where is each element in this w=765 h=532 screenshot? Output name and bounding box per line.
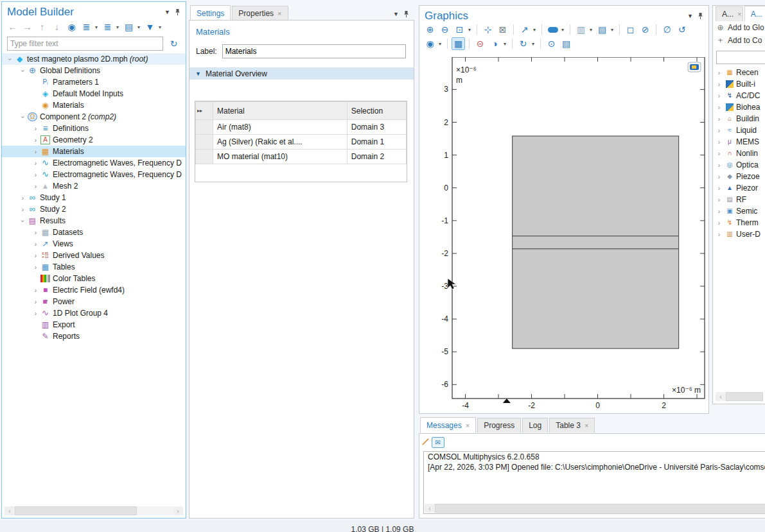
chevron-right-icon[interactable]: › [31, 264, 40, 271]
chevron-right-icon[interactable]: › [715, 185, 723, 192]
chevron-right-icon[interactable]: › [715, 231, 723, 238]
library-item-user-defined[interactable]: ›▥User-D [713, 228, 765, 240]
column-header[interactable]: Material [213, 102, 347, 120]
scroll-left-icon[interactable]: ‹ [716, 392, 726, 401]
tree-item-electromagnetic-waves-frequency-d[interactable]: ›∿Electromagnetic Waves, Frequency D [2, 157, 186, 169]
chevron-right-icon[interactable]: › [31, 137, 40, 144]
snapshot-icon[interactable]: ⊙ [545, 37, 558, 50]
chevron-right-icon[interactable]: › [19, 206, 27, 213]
chevron-right-icon[interactable]: › [715, 116, 723, 123]
select-box-icon[interactable]: ◻ [624, 23, 637, 36]
chevron-right-icon[interactable]: › [715, 150, 723, 157]
tree-item-global-definitions[interactable]: ›⊕Global Definitions [2, 65, 186, 76]
zoom-box-dropdown-icon[interactable]: ▾ [468, 27, 471, 33]
tree-item-materials[interactable]: ◉Materials [2, 99, 186, 111]
library-item-semiconductor[interactable]: ›▣Semic [713, 205, 765, 217]
hide-objects-icon[interactable]: ∅ [660, 23, 674, 36]
table-cell[interactable]: Ag (Silver) (Rakic et al.... [213, 135, 347, 150]
chevron-right-icon[interactable]: › [19, 194, 27, 202]
image-export1-icon[interactable]: ▥ [574, 23, 588, 36]
scroll-left-icon[interactable]: ‹ [425, 504, 435, 513]
tree-item-mesh-2[interactable]: ›▲Mesh 2 [2, 180, 186, 192]
table-cell[interactable]: MO material (mat10) [213, 150, 347, 164]
plot-canvas[interactable]: 3210-1-2-3-4-5-6-4-202×10⁻⁶m×10⁻⁶ m [419, 57, 709, 414]
tree-item-export[interactable]: ▥Export [2, 319, 186, 330]
color-palette-dropdown-icon[interactable]: ▾ [504, 41, 506, 47]
chevron-right-icon[interactable]: › [31, 241, 40, 248]
chevron-right-icon[interactable]: › [715, 127, 723, 134]
close-icon[interactable]: × [277, 10, 281, 17]
pin-icon[interactable] [175, 8, 180, 16]
tree-item-color-tables[interactable]: Color Tables [2, 273, 186, 284]
panel-menu-icon[interactable]: ▼ [393, 11, 399, 17]
messages-hscrollbar[interactable]: ‹ [425, 504, 765, 513]
tree-item-component-2[interactable]: ›ΩComponent 2(comp2) [2, 111, 186, 123]
scroll-thumb[interactable] [435, 504, 765, 513]
tree-item-definitions[interactable]: ›≡Definitions [2, 123, 186, 134]
expand-tree-icon[interactable]: ≣ [80, 21, 93, 33]
deselect-box-icon[interactable]: ⊘ [638, 23, 652, 36]
zoom-extents-icon[interactable]: ⊹ [481, 23, 495, 36]
settings-tab-settings[interactable]: Settings [190, 5, 231, 21]
chevron-right-icon[interactable]: › [31, 125, 40, 132]
library-item-optical[interactable]: ›◎Optica [713, 159, 765, 171]
messages-tab-progress[interactable]: Progress [477, 418, 521, 433]
model-tree-columns-icon[interactable]: ▤ [122, 21, 136, 33]
back-icon[interactable]: ← [6, 21, 19, 33]
panel-menu-icon[interactable]: ▼ [687, 13, 693, 19]
messages-tab-messages[interactable]: Messages× [420, 417, 476, 433]
filter-dropdown-icon[interactable]: ▾ [159, 24, 161, 30]
go-to-view-dropdown-icon[interactable]: ▾ [533, 27, 536, 33]
scroll-thumb[interactable] [15, 506, 137, 515]
messages-log[interactable]: COMSOL Multiphysics 6.2.0.658[Apr 22, 20… [423, 451, 765, 514]
library-item-recent[interactable]: ›▦Recen [713, 67, 765, 78]
chevron-right-icon[interactable]: › [715, 196, 723, 203]
expand-tree-dropdown-icon[interactable]: ▾ [95, 24, 98, 30]
close-icon[interactable]: × [585, 422, 588, 429]
tree-item-1d-plot-group-4[interactable]: ›∿1D Plot Group 4 [2, 307, 186, 319]
chevron-down-icon[interactable]: › [6, 55, 13, 64]
chevron-right-icon[interactable]: › [715, 81, 723, 88]
filter-input[interactable] [7, 37, 163, 51]
chevron-down-icon[interactable]: › [19, 113, 26, 121]
tree-item-electromagnetic-waves-frequency-d[interactable]: ›∿Electromagnetic Waves, Frequency D [2, 169, 186, 180]
image-export2-dropdown-icon[interactable]: ▾ [611, 27, 613, 33]
scroll-left-icon[interactable]: ‹ [4, 506, 15, 515]
zoom-out-icon[interactable]: ⊖ [438, 23, 452, 36]
chevron-right-icon[interactable]: › [31, 160, 40, 167]
action-add-to-glo[interactable]: ⊕Add to Glo [713, 21, 765, 34]
chevron-right-icon[interactable]: › [715, 162, 723, 169]
collapse-tree-dropdown-icon[interactable]: ▾ [116, 24, 119, 30]
label-input[interactable] [222, 44, 406, 58]
tree-item-default-model-inputs[interactable]: ◈Default Model Inputs [2, 88, 186, 99]
library-item-bioheat[interactable]: ›Biohea [713, 101, 765, 113]
table-cell[interactable]: Domain 2 [347, 150, 406, 164]
addmaterial-tab-a[interactable]: A... [744, 6, 765, 21]
chevron-right-icon[interactable]: › [715, 219, 723, 227]
go-to-view-icon[interactable]: ↗ [518, 23, 531, 36]
chevron-right-icon[interactable]: › [715, 139, 723, 146]
chevron-right-icon[interactable]: › [31, 183, 40, 190]
close-icon[interactable]: × [737, 10, 741, 18]
chevron-right-icon[interactable]: › [715, 173, 723, 180]
zoom-box-icon[interactable]: ⊡ [453, 23, 466, 36]
material-overview-section[interactable]: ▼ Material Overview [189, 67, 414, 80]
pin-icon[interactable] [403, 10, 409, 18]
library-item-piezoresistivity[interactable]: ›▲Piezor [713, 182, 765, 194]
chevron-right-icon[interactable]: › [715, 208, 723, 215]
scene-appearance-dropdown-icon[interactable]: ▾ [561, 27, 564, 33]
addmaterial-tab-a[interactable]: A...× [716, 6, 743, 21]
tree-item-power[interactable]: ›■*Power [2, 296, 186, 307]
chevron-right-icon[interactable]: › [31, 229, 40, 236]
library-item-thermoelectric[interactable]: ›↯Therm [713, 217, 765, 228]
model-tree-columns-dropdown-icon[interactable]: ▾ [137, 24, 140, 30]
chevron-right-icon[interactable]: › [31, 148, 40, 155]
clear-icon[interactable]: ∕ [423, 436, 427, 448]
chevron-down-icon[interactable]: › [19, 217, 26, 225]
scene-refresh-icon[interactable]: ↻ [516, 37, 530, 50]
reset-hiding-icon[interactable]: ↺ [675, 23, 689, 36]
view-visibility-dropdown-icon[interactable]: ▾ [439, 41, 441, 47]
collapse-triangle-icon[interactable]: ▼ [195, 71, 201, 77]
table-row[interactable]: Ag (Silver) (Rakic et al....Domain 1 [196, 135, 407, 150]
tree-item-derived-values[interactable]: ›8.85e-12Derived Values [2, 250, 186, 261]
